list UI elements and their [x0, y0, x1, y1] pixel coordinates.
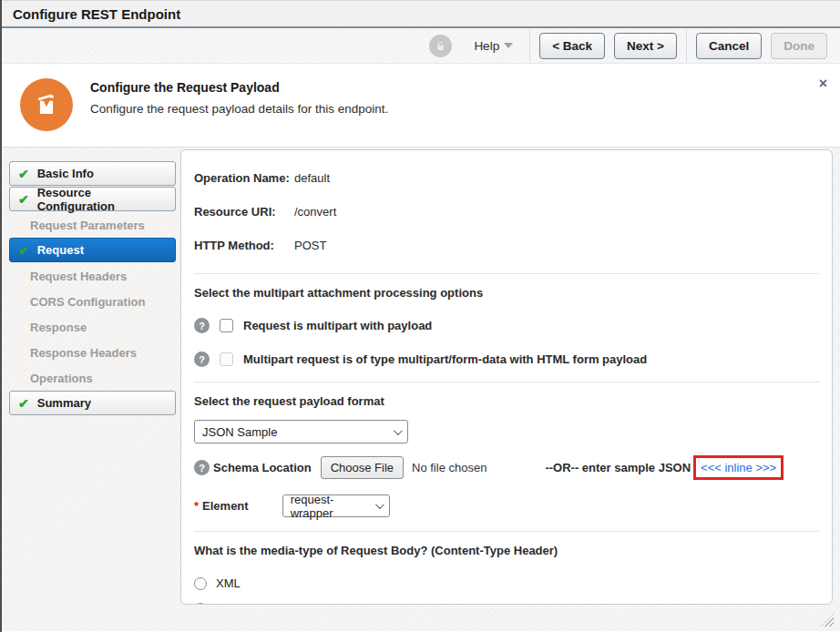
operation-name-field: Operation Name: default — [194, 171, 819, 185]
step-header: Configure the Request Payload Configure … — [2, 64, 840, 148]
chevron-down-icon — [394, 426, 403, 435]
sidebar-item-label: Request — [37, 243, 84, 257]
sidebar-item-label: Summary — [37, 396, 91, 410]
resize-grip[interactable] — [821, 614, 834, 627]
radio-label: XML — [216, 576, 241, 590]
inline-link-highlight-box: <<< inline >>> — [693, 455, 784, 480]
back-button[interactable]: < Back — [539, 33, 605, 59]
section-divider — [194, 382, 819, 382]
checkbox-label: Request is multipart with payload — [243, 319, 432, 332]
sidebar-item-response-headers: Response Headers — [9, 340, 176, 365]
sidebar-item-operations: Operations — [9, 365, 176, 391]
sidebar-item-summary[interactable]: ✔ Summary — [9, 391, 176, 415]
request-config-panel: Operation Name: default Resource URI: /c… — [180, 149, 833, 605]
sidebar-item-cors-configuration: CORS Configuration — [9, 289, 176, 314]
sidebar-item-request-headers: Request Headers — [9, 263, 176, 289]
media-type-option-xml: XML — [194, 576, 819, 590]
sidebar-item-label: Response — [30, 321, 87, 334]
field-label: Operation Name: — [194, 171, 294, 185]
rest-adapter-icon — [20, 78, 73, 131]
help-icon[interactable]: ? — [194, 318, 210, 333]
step-header-texts: Configure the Request Payload Configure … — [90, 78, 388, 147]
media-type-option-xml-text: XML(text) — [194, 602, 819, 605]
chevron-down-icon — [375, 500, 384, 509]
file-status-text: No file chosen — [412, 461, 487, 474]
multipart-option-row: ? Request is multipart with payload — [194, 318, 819, 333]
field-value: /convert — [294, 205, 336, 219]
sidebar-item-label: Request Parameters — [30, 219, 145, 232]
element-label: Element — [202, 499, 249, 513]
multipart-with-payload-checkbox[interactable] — [220, 319, 233, 332]
window-title: Configure REST Endpoint — [13, 6, 180, 22]
next-button[interactable]: Next > — [614, 33, 677, 59]
media-type-heading: What is the media-type of Request Body? … — [194, 544, 819, 557]
inline-json-link[interactable]: <<< inline >>> — [701, 461, 776, 474]
wizard-toolbar: Help < Back Next > Cancel Done — [2, 28, 840, 64]
multipart-form-data-checkbox — [220, 352, 233, 366]
step-title: Configure the Request Payload — [90, 80, 388, 95]
or-enter-sample-json-label: --OR-- enter sample JSON — [545, 461, 691, 474]
rest-adapter-glyph-icon — [434, 39, 447, 53]
schema-location-row: ? Schema Location Choose File No file ch… — [194, 455, 819, 480]
help-icon[interactable]: ? — [194, 460, 210, 475]
sidebar-item-basic-info[interactable]: ✔ Basic Info — [9, 161, 176, 186]
field-label: Resource URI: — [194, 205, 294, 219]
chevron-down-icon — [504, 43, 513, 48]
field-value: default — [294, 171, 330, 185]
toolbar-separator — [686, 29, 687, 62]
multipart-section-heading: Select the multipart attachment processi… — [194, 286, 819, 300]
sidebar-item-label: Response Headers — [30, 346, 137, 360]
dialog-body: ✔ Basic Info ✔ Resource Configuration Re… — [2, 148, 840, 631]
section-divider — [194, 273, 819, 274]
check-icon: ✔ — [18, 193, 29, 206]
sidebar-item-label: Basic Info — [37, 167, 94, 180]
resource-uri-field: Resource URI: /convert — [194, 205, 819, 219]
adapter-badge-icon[interactable] — [429, 35, 452, 57]
schema-location-label: Schema Location — [213, 461, 312, 474]
payload-format-heading: Select the request payload format — [194, 394, 819, 408]
element-row: * Element request-wrapper — [194, 494, 819, 517]
sidebar-item-label: CORS Configuration — [30, 295, 145, 309]
close-icon[interactable]: × — [819, 76, 827, 91]
help-menu[interactable]: Help — [474, 39, 513, 53]
selected-option: request-wrapper — [291, 493, 375, 520]
checkbox-label: Multipart request is of type multipart/f… — [243, 352, 647, 366]
toolbar-separator — [529, 29, 530, 62]
sidebar-item-request-parameters: Request Parameters — [9, 212, 176, 238]
done-button[interactable]: Done — [771, 33, 827, 59]
radio-button[interactable] — [194, 603, 207, 606]
help-label: Help — [474, 39, 499, 53]
sidebar-item-request[interactable]: ✔ Request — [9, 238, 176, 262]
radio-button[interactable] — [194, 577, 207, 590]
wizard-steps-sidebar: ✔ Basic Info ✔ Resource Configuration Re… — [9, 161, 176, 416]
field-value: POST — [294, 239, 326, 252]
element-select[interactable]: request-wrapper — [282, 494, 390, 517]
multipart-option-row: ? Multipart request is of type multipart… — [194, 352, 819, 367]
section-divider — [194, 531, 819, 532]
radio-label: XML(text) — [216, 602, 267, 605]
payload-format-select[interactable]: JSON Sample — [194, 420, 408, 443]
required-marker: * — [194, 499, 199, 513]
help-icon[interactable]: ? — [194, 352, 210, 367]
check-icon: ✔ — [18, 168, 29, 180]
check-icon: ✔ — [18, 397, 29, 410]
configure-rest-endpoint-dialog: Configure REST Endpoint Help < Back Next… — [0, 0, 840, 632]
http-method-field: HTTP Method: POST — [194, 239, 819, 252]
step-subtitle: Configure the request payload details fo… — [90, 102, 388, 116]
field-label: HTTP Method: — [194, 239, 294, 252]
choose-file-button[interactable]: Choose File — [321, 456, 404, 479]
sidebar-item-response: Response — [9, 314, 176, 340]
sidebar-item-label: Resource Configuration — [37, 186, 167, 213]
check-icon: ✔ — [18, 244, 29, 257]
cancel-button[interactable]: Cancel — [696, 33, 762, 59]
sidebar-item-label: Request Headers — [30, 270, 127, 283]
rest-adapter-glyph-icon — [31, 89, 62, 120]
sidebar-item-resource-configuration[interactable]: ✔ Resource Configuration — [9, 187, 176, 211]
title-bar: Configure REST Endpoint — [2, 0, 840, 28]
sidebar-item-label: Operations — [30, 372, 93, 385]
selected-option: JSON Sample — [202, 425, 277, 439]
